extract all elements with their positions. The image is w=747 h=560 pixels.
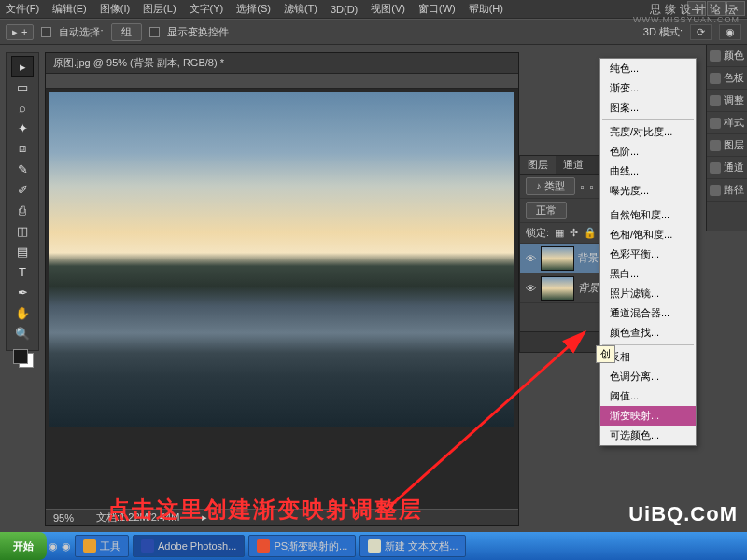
type-tool[interactable]: T: [11, 261, 34, 282]
filter-icon[interactable]: ▫: [581, 181, 585, 192]
quicklaunch-icon[interactable]: ◉: [47, 537, 60, 555]
gradient-tool[interactable]: ▤: [11, 241, 34, 261]
filter-icon2[interactable]: ▫: [589, 181, 593, 192]
menu-file[interactable]: 文件(F): [6, 2, 39, 16]
right-panel-strip: 颜色 色板 调整 样式 图层 通道 路径: [706, 45, 747, 231]
ruler-horizontal: [46, 74, 518, 89]
document-window: 原图.jpg @ 95% (背景 副本, RGB/8) * 95% 文档:1.2…: [45, 52, 519, 526]
lock-pixels-icon[interactable]: ▦: [555, 227, 564, 239]
pen-tool[interactable]: ✒: [11, 282, 34, 302]
tab-layers[interactable]: 图层: [520, 156, 556, 174]
marquee-tool[interactable]: ▭: [11, 77, 34, 97]
hand-tool[interactable]: ✋: [11, 302, 34, 323]
menu-color-balance[interactable]: 色彩平衡...: [600, 245, 696, 264]
visibility-icon[interactable]: 👁: [524, 282, 537, 295]
transform-controls-label: 显示变换控件: [167, 25, 229, 39]
menu-color-lookup[interactable]: 颜色查找...: [600, 323, 696, 343]
menu-vibrance[interactable]: 自然饱和度...: [600, 205, 696, 225]
panel-swatches[interactable]: 色板: [707, 67, 747, 90]
quicklaunch-icon[interactable]: ◉: [60, 537, 73, 555]
panel-styles[interactable]: 样式: [707, 112, 747, 134]
menu-exposure[interactable]: 曝光度...: [600, 181, 696, 201]
zoom-level[interactable]: 95%: [53, 512, 74, 524]
menu-edit[interactable]: 编辑(E): [52, 2, 87, 16]
lock-all-icon[interactable]: 🔒: [584, 227, 597, 239]
menu-select[interactable]: 选择(S): [236, 2, 271, 16]
tooltip: 创: [596, 345, 615, 363]
adjustment-layer-menu: 纯色... 渐变... 图案... 亮度/对比度... 色阶... 曲线... …: [599, 58, 697, 446]
menu-channel-mixer[interactable]: 通道混合器...: [600, 303, 696, 323]
annotation-text: 点击这里创建渐变映射调整层: [107, 495, 423, 525]
menu-help[interactable]: 帮助(H): [469, 2, 503, 16]
layer-filter-dropdown[interactable]: ♪ 类型: [526, 177, 575, 195]
menu-3d[interactable]: 3D(D): [331, 4, 358, 15]
crop-tool[interactable]: ⧈: [11, 138, 34, 159]
transform-controls-checkbox[interactable]: [149, 27, 160, 37]
panel-channels[interactable]: 通道: [707, 157, 747, 179]
menu-type[interactable]: 文字(Y): [190, 2, 224, 16]
menu-view[interactable]: 视图(V): [371, 2, 405, 16]
menu-gradient-map[interactable]: 渐变映射...: [600, 406, 696, 426]
eraser-tool[interactable]: ◫: [11, 220, 34, 241]
lock-position-icon[interactable]: ✢: [570, 227, 578, 239]
menu-brightness[interactable]: 亮度/对比度...: [600, 122, 696, 142]
blend-mode-dropdown[interactable]: 正常: [526, 202, 567, 219]
menu-filter[interactable]: 滤镜(T): [284, 2, 317, 16]
panel-paths[interactable]: 路径: [707, 179, 747, 202]
brush-tool[interactable]: ✐: [11, 179, 34, 200]
menu-curves[interactable]: 曲线...: [600, 161, 696, 181]
autoselect-label: 自动选择:: [59, 25, 103, 39]
task-item[interactable]: 新建 文本文档...: [359, 535, 466, 557]
panel-adjustments[interactable]: 调整: [707, 90, 747, 112]
task-item[interactable]: Adobe Photosh...: [133, 535, 245, 557]
layer-thumbnail[interactable]: [541, 276, 574, 301]
menu-gradient[interactable]: 渐变...: [600, 78, 696, 98]
menu-posterize[interactable]: 色调分离...: [600, 367, 696, 386]
color-swatch[interactable]: [11, 347, 35, 370]
menu-image[interactable]: 图像(I): [100, 2, 130, 16]
panel-layers[interactable]: 图层: [707, 134, 747, 157]
layer-thumbnail[interactable]: [541, 246, 574, 271]
visibility-icon[interactable]: 👁: [524, 252, 537, 265]
task-item[interactable]: PS渐变映射的...: [248, 535, 356, 557]
menu-hue-sat[interactable]: 色相/饱和度...: [600, 225, 696, 245]
menu-solid-color[interactable]: 纯色...: [600, 59, 696, 78]
canvas[interactable]: [49, 92, 514, 427]
autoselect-checkbox[interactable]: [41, 27, 51, 37]
menu-levels[interactable]: 色阶...: [600, 142, 696, 161]
zoom-tool[interactable]: 🔍: [11, 323, 34, 343]
lasso-tool[interactable]: ⌕: [11, 97, 34, 118]
toolbox: ▸ ▭ ⌕ ✦ ⧈ ✎ ✐ ⎙ ◫ ▤ T ✒ ✋ 🔍: [11, 56, 37, 370]
menu-selective-color[interactable]: 可选颜色...: [600, 426, 696, 445]
tab-channels[interactable]: 通道: [556, 156, 591, 174]
start-button[interactable]: 开始: [0, 532, 47, 560]
mode3d-button2[interactable]: ◉: [719, 24, 741, 40]
mode3d-label: 3D 模式:: [643, 25, 683, 39]
wand-tool[interactable]: ✦: [11, 118, 34, 138]
move-tool-indicator[interactable]: ▸+: [6, 24, 34, 40]
taskbar: 开始 ◉ ◉ 工具 Adobe Photosh... PS渐变映射的... 新建…: [0, 532, 747, 560]
watermark-url: WWW.MISSYUAN.COM: [633, 15, 740, 24]
task-item[interactable]: 工具: [75, 535, 129, 557]
eyedropper-tool[interactable]: ✎: [11, 159, 34, 179]
menu-pattern[interactable]: 图案...: [600, 98, 696, 118]
move-tool[interactable]: ▸: [11, 56, 34, 77]
autoselect-dropdown[interactable]: 组: [111, 23, 142, 41]
stamp-tool[interactable]: ⎙: [11, 200, 34, 220]
document-tab[interactable]: 原图.jpg @ 95% (背景 副本, RGB/8) *: [46, 53, 518, 74]
layer-name[interactable]: 背景: [578, 281, 599, 295]
menu-bw[interactable]: 黑白...: [600, 264, 696, 284]
menu-threshold[interactable]: 阈值...: [600, 386, 696, 406]
panel-color[interactable]: 颜色: [707, 45, 747, 67]
menu-photo-filter[interactable]: 照片滤镜...: [600, 284, 696, 303]
menu-layer[interactable]: 图层(L): [143, 2, 176, 16]
lock-label: 锁定:: [526, 226, 549, 240]
logo-watermark: UiBQ.CoM: [628, 502, 738, 526]
menu-window[interactable]: 窗口(W): [418, 2, 456, 16]
mode3d-button1[interactable]: ⟳: [690, 24, 712, 40]
